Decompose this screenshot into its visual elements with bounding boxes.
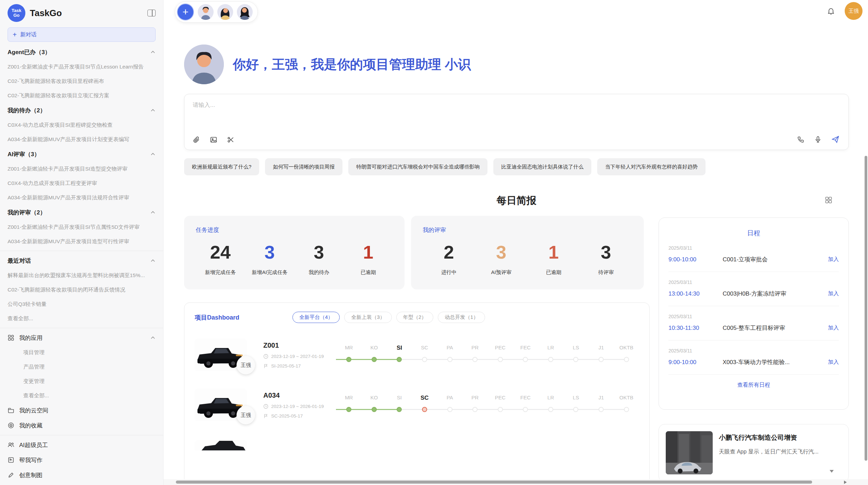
- sidebar-item[interactable]: A034-全新新能源MUV产品开发项目法规符合性评审: [0, 190, 163, 205]
- schedule-card: 日程 2025/03/11 9:00-10:00 C001-立项审批会 加入 2…: [659, 217, 849, 410]
- assistant-avatar-3[interactable]: [237, 4, 253, 20]
- view-all-schedule-link[interactable]: 查看所有日程: [668, 375, 839, 396]
- sidebar-item[interactable]: A034-全新新能源MUV产品开发项目造型可行性评审: [0, 234, 163, 249]
- project-flag-milestone: SC-2025-05-17: [263, 413, 334, 419]
- horizontal-scrollbar[interactable]: [164, 479, 868, 485]
- milestone-node-done: [372, 407, 377, 412]
- join-meeting-link[interactable]: 加入: [828, 359, 839, 366]
- assistant-avatar-1[interactable]: [198, 4, 214, 20]
- assistant-hero-avatar: [184, 45, 224, 84]
- recent-chat-item[interactable]: 解释最新出台的欧盟报废车法规再生塑料比例被调至15%...: [0, 268, 163, 283]
- suggestion-chip[interactable]: 如何写一份清晰的项目周报: [265, 158, 342, 175]
- send-icon[interactable]: [831, 135, 840, 144]
- voice-call-icon[interactable]: [797, 136, 805, 143]
- sidebar-item-creative-drawing[interactable]: 创意制图: [0, 468, 163, 483]
- chevron-up-icon[interactable]: [150, 335, 156, 340]
- filter-model-year[interactable]: 年型（2）: [396, 312, 433, 323]
- metric-my-todo: 3 我的待办: [294, 242, 344, 276]
- sidebar-item[interactable]: Z001-全新燃油皮卡产品开发项目SI节点Lesson Learn报告: [0, 60, 163, 74]
- sidebar-item[interactable]: Z001-全新燃油轻卡产品开发项目SI造型提交物评审: [0, 162, 163, 176]
- milestone-node: [498, 407, 503, 412]
- greeting-row: 你好，王强，我是你的项目管理助理 小识: [184, 45, 849, 84]
- sidebar-item[interactable]: C02-飞腾新能源轻客改款项目立项汇报方案: [0, 88, 163, 103]
- logo-text-top: Task: [12, 8, 22, 13]
- sidebar-item-help-me-write[interactable]: 帮我写作: [0, 452, 163, 468]
- attachment-paperclip-icon[interactable]: [193, 136, 200, 144]
- filter-powertrain[interactable]: 动总开发（1）: [438, 312, 485, 323]
- join-meeting-link[interactable]: 加入: [828, 290, 839, 297]
- apps-view-all[interactable]: 查看全部...: [0, 388, 163, 403]
- stats-row: 任务进度 24 新增完成任务 3 新增AI完成任务: [184, 216, 650, 289]
- section-my-todo[interactable]: 我的待办（2）: [0, 103, 163, 118]
- task-progress-card: 任务进度 24 新增完成任务 3 新增AI完成任务: [184, 216, 405, 289]
- scissors-icon[interactable]: [227, 136, 234, 144]
- scroll-right-arrow[interactable]: [844, 481, 847, 484]
- logo-row: Task Go TaskGo: [0, 3, 163, 23]
- favorite-badge-icon: [8, 422, 14, 429]
- project-row-z001[interactable]: 王强 Z001 2023-12-19 ~ 2027-01-19: [195, 339, 639, 371]
- plus-icon: +: [13, 31, 17, 39]
- sidebar-item-cloud-space[interactable]: 我的云空间: [0, 403, 163, 418]
- new-chat-button[interactable]: + 新对话: [8, 27, 156, 42]
- suggestion-chip[interactable]: 比亚迪全固态电池计划具体说了什么: [493, 158, 591, 175]
- project-info: A034 2023-12-19 ~ 2026-01-19 SC-2025-05-…: [263, 391, 334, 419]
- sidebar-item-my-apps[interactable]: 我的应用: [0, 330, 163, 345]
- suggestion-chip[interactable]: 特朗普可能对进口汽车增税会对中国车企造成哪些影响: [348, 158, 487, 175]
- new-chat-label: 新对话: [20, 31, 37, 38]
- user-avatar[interactable]: 王强: [845, 2, 863, 20]
- horizontal-scrollbar-thumb[interactable]: [176, 481, 812, 484]
- milestone-node-alert: [422, 407, 427, 412]
- chevron-up-icon[interactable]: [150, 151, 156, 157]
- join-meeting-link[interactable]: 加入: [828, 324, 839, 332]
- metric-review-overdue: 1 已逾期: [528, 242, 580, 276]
- sidebar-item[interactable]: A034-全新新能源MUV产品开发项目计划变更表编写: [0, 132, 163, 147]
- input-tools-left: [193, 136, 234, 144]
- chevron-up-icon[interactable]: [150, 108, 156, 113]
- layout-grid-icon[interactable]: [824, 196, 833, 204]
- filter-new-platform[interactable]: 全新平台（4）: [292, 312, 340, 323]
- app-item-change-mgmt[interactable]: 变更管理: [0, 374, 163, 388]
- sidebar-item[interactable]: C0X4-动力总成开发项目工程变更评审: [0, 176, 163, 190]
- section-ai-review[interactable]: AI评审（3）: [0, 147, 163, 162]
- chat-input[interactable]: [193, 102, 840, 109]
- notification-bell-icon[interactable]: [827, 7, 835, 15]
- microphone-icon[interactable]: [814, 136, 822, 143]
- join-meeting-link[interactable]: 加入: [828, 256, 839, 263]
- schedule-entry: 2025/03/11 13:00-14:30 C003|H0B-方案冻结评审 加…: [668, 272, 839, 306]
- milestone-timeline: MR KO SI SC PA PR PEC FEC LR LS J1: [336, 395, 639, 412]
- section-my-review[interactable]: 我的评审（2）: [0, 205, 163, 220]
- metric-new-ai-completed: 3 新增AI完成任务: [245, 242, 294, 276]
- chevron-up-icon[interactable]: [150, 210, 156, 215]
- sidebar-item-ai-super-staff[interactable]: AI超级员工: [0, 437, 163, 452]
- scroll-down-arrow[interactable]: [830, 470, 834, 473]
- recent-chat-item[interactable]: C02-飞腾新能源轻客改款项目的闭环通告反馈情况: [0, 283, 163, 297]
- recent-view-all[interactable]: 查看全部...: [0, 311, 163, 326]
- assistant-avatar-2[interactable]: [217, 4, 233, 20]
- chevron-up-icon[interactable]: [150, 258, 156, 263]
- project-dashboard-card: 项目Dashboard 全新平台（4） 全新上装（3） 年型（2） 动总开发（1…: [184, 302, 650, 485]
- dashboard-filters: 全新平台（4） 全新上装（3） 年型（2） 动总开发（1）: [292, 312, 485, 323]
- project-row-a034[interactable]: 王强 A034 2023-12-19 ~ 2026-01-19: [195, 389, 639, 421]
- vertical-scrollbar-thumb[interactable]: [865, 156, 867, 461]
- add-assistant-button[interactable]: +: [177, 3, 194, 21]
- news-card[interactable]: 小鹏飞行汽车制造公司增资 天眼查 App 显示，近日广州汇天飞行汽...: [659, 424, 849, 482]
- sidebar-item[interactable]: C0X4-动力总成开发项目SI里程碑提交物检查: [0, 118, 163, 132]
- sidebar: Task Go TaskGo + 新对话 Agent已办（3） Z001-全新燃…: [0, 0, 164, 485]
- sidebar-item[interactable]: Z001-全新燃油轻卡产品开发项目SI节点属性5D文件评审: [0, 220, 163, 234]
- recent-chat-item[interactable]: 公司Q3轻卡销量: [0, 297, 163, 311]
- image-upload-icon[interactable]: [210, 136, 217, 144]
- section-recent-chats[interactable]: 最近对话: [0, 253, 163, 268]
- chevron-up-icon[interactable]: [150, 49, 156, 55]
- sidebar-item-favorites[interactable]: 我的收藏: [0, 418, 163, 433]
- news-title: 小鹏飞行汽车制造公司增资: [719, 433, 819, 442]
- suggestion-chip[interactable]: 欧洲新规最近颁布了什么?: [184, 158, 259, 175]
- filter-new-body[interactable]: 全新上装（3）: [344, 312, 391, 323]
- project-car-image: 王强: [195, 339, 247, 371]
- collapse-sidebar-icon[interactable]: [147, 10, 156, 16]
- app-item-product-mgmt[interactable]: 产品管理: [0, 360, 163, 374]
- app-title: TaskGo: [30, 8, 147, 18]
- section-agent-done[interactable]: Agent已办（3）: [0, 45, 163, 60]
- app-item-project-mgmt[interactable]: 项目管理: [0, 345, 163, 360]
- suggestion-chip[interactable]: 当下年轻人对汽车外观有怎样的喜好趋势: [597, 158, 706, 175]
- sidebar-item[interactable]: C02-飞腾新能源轻客改款项目里程碑画布: [0, 74, 163, 88]
